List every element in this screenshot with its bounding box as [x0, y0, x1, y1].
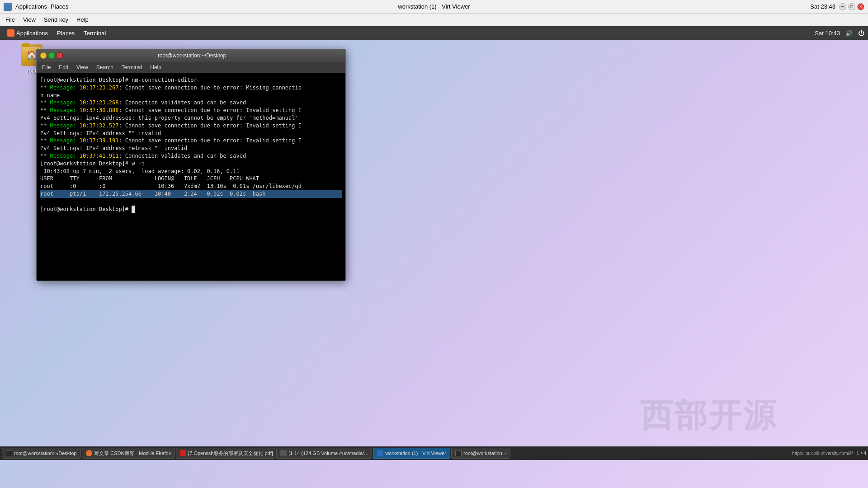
virt-menu-sendkey[interactable]: Send key	[40, 15, 72, 24]
taskbar-icon-pdf	[180, 450, 186, 456]
virt-menu-view[interactable]: View	[19, 15, 39, 24]
term-menu-search[interactable]: Search	[93, 63, 117, 71]
taskbar: root@workstation:~/Desktop 写文章-CSDN博客 - …	[0, 446, 868, 460]
virt-menu-file[interactable]: File	[2, 15, 19, 24]
taskbar-item-terminal2[interactable]: root@workstation:~	[451, 448, 510, 459]
gnome-applications-menu[interactable]: Applications	[4, 28, 52, 38]
taskbar-url: http://linux.xiliuniversity.com/9/	[792, 451, 853, 456]
titlebar-right: Sat 23:43 − □ ×	[810, 3, 864, 10]
window-close-button[interactable]: ×	[857, 3, 864, 10]
taskbar-label-virtviewer: workstation (1) - Virt Viewer	[385, 450, 446, 456]
taskbar-item-pdf[interactable]: [7.Openssh服务的部署及安全优化.pdf]	[176, 448, 275, 459]
terminal-window: − □ × root@workstation:~/Desktop File Ed…	[36, 49, 346, 281]
taskbar-icon-virtviewer	[377, 450, 383, 456]
taskbar-label-file: [1-14 (124 GB Volume /run/media/...	[288, 450, 368, 456]
gnome-time: Sat 10:43	[815, 30, 840, 37]
terminal-window-buttons: − □ ×	[40, 52, 63, 59]
virt-viewer-title: workstation (1) - Virt Viewer	[398, 3, 470, 10]
sound-icon[interactable]: 🔊	[845, 30, 853, 37]
gnome-panel-right: Sat 10:43 🔊 ⏻	[815, 29, 864, 37]
taskbar-item-firefox[interactable]: 写文章-CSDN博客 - Mozilla Firefox	[82, 448, 175, 459]
gnome-panel-left: Applications Places Terminal	[4, 28, 109, 38]
taskbar-icon-terminal2	[455, 450, 462, 456]
taskbar-label-terminal2: root@workstation:~	[463, 450, 506, 456]
topbar-apps-label[interactable]: Applications	[15, 3, 47, 10]
folder-tab	[22, 43, 30, 47]
gnome-terminal-menu[interactable]: Terminal	[80, 28, 109, 38]
taskbar-label-terminal1: root@workstation:~/Desktop	[14, 450, 77, 456]
power-icon[interactable]: ⏻	[858, 29, 864, 37]
window-controls: − □ ×	[839, 3, 864, 10]
taskbar-icon-file	[280, 450, 287, 456]
terminal-titlebar: − □ × root@workstation:~/Desktop	[37, 49, 345, 62]
term-menu-terminal[interactable]: Terminal	[118, 63, 146, 71]
taskbar-page-count: 1 / 4	[857, 450, 866, 456]
window-restore-button[interactable]: □	[848, 3, 855, 10]
term-menu-edit[interactable]: Edit	[55, 63, 72, 71]
applications-label: Applications	[16, 30, 48, 37]
term-menu-file[interactable]: File	[38, 63, 54, 71]
window-minimize-button[interactable]: −	[839, 3, 846, 10]
gnome-panel: Applications Places Terminal Sat 10:43 🔊…	[0, 26, 868, 40]
titlebar-left: Applications Places	[4, 3, 68, 11]
terminal-title: root@workstation:~/Desktop	[63, 52, 321, 59]
system-time: Sat 23:43	[810, 3, 835, 10]
terminal-close-button[interactable]: ×	[57, 52, 63, 59]
topbar-places-label[interactable]: Places	[51, 3, 68, 10]
term-menu-help[interactable]: Help	[146, 63, 165, 71]
taskbar-item-virtviewer[interactable]: workstation (1) - Virt Viewer	[373, 448, 450, 459]
terminal-output: [root@workstation Desktop]# nm-connectio…	[40, 76, 342, 213]
terminal-menubar: File Edit View Search Terminal Help	[37, 62, 345, 73]
virt-menu-help[interactable]: Help	[73, 15, 92, 24]
watermark-text: 西部开源	[640, 394, 778, 437]
virt-viewer-app-icon	[4, 3, 12, 11]
folder-label: root	[27, 68, 37, 74]
terminal-maximize-button[interactable]: □	[48, 52, 55, 59]
taskbar-label-firefox: 写文章-CSDN博客 - Mozilla Firefox	[94, 450, 171, 457]
terminal-minimize-button[interactable]: −	[40, 52, 47, 59]
taskbar-item-terminal1[interactable]: root@workstation:~/Desktop	[2, 448, 81, 459]
taskbar-label-pdf: [7.Openssh服务的部署及安全优化.pdf]	[188, 450, 273, 457]
virt-viewer-menubar: File View Send key Help	[0, 14, 868, 26]
terminal-content[interactable]: [root@workstation Desktop]# nm-connectio…	[37, 73, 345, 281]
term-menu-view[interactable]: View	[73, 63, 92, 71]
taskbar-item-file[interactable]: [1-14 (124 GB Volume /run/media/...	[276, 448, 372, 459]
applications-icon	[7, 29, 14, 37]
taskbar-icon-terminal1	[6, 450, 12, 456]
gnome-places-menu[interactable]: Places	[53, 28, 78, 38]
taskbar-icon-firefox	[86, 450, 92, 456]
taskbar-right-area: http://linux.xiliuniversity.com/9/ 1 / 4	[792, 450, 866, 456]
desktop-area: Applications Places Terminal Sat 10:43 🔊…	[0, 26, 868, 460]
virt-viewer-titlebar: Applications Places workstation (1) - Vi…	[0, 0, 868, 14]
desktop-surface: 🏠 root 西部开源 − □ × root@workstation:~/Des…	[0, 40, 868, 474]
